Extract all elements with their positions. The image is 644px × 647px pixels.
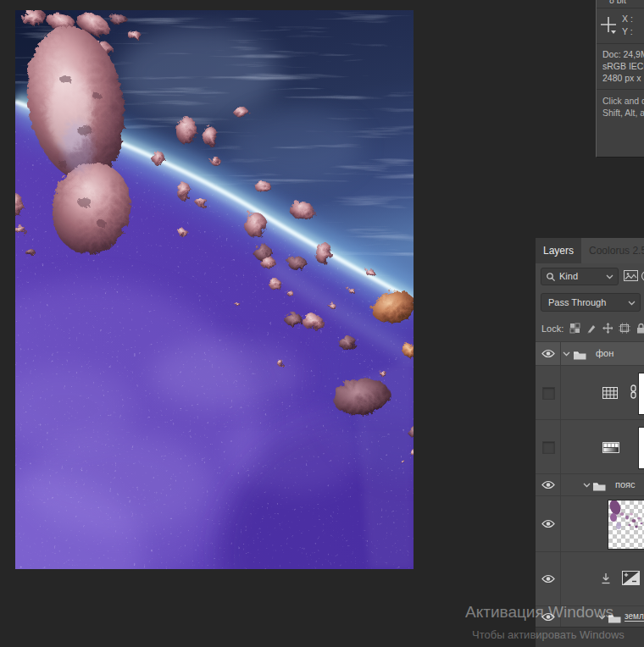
layer-group-name[interactable]: земля [625,611,644,622]
cursor-coordinates: X : Y : [597,8,644,43]
hint-line1: Click and d [602,95,644,107]
blend-mode-row: Pass Through [536,290,644,316]
lock-all-icon[interactable] [636,323,644,334]
lock-label: Lock: [541,324,564,334]
bit-depth: 8 bit [597,0,644,8]
eye-off-box [542,441,555,454]
grid-icon [602,387,618,399]
layers-list: фон [536,341,644,647]
layer-row-gradient[interactable] [536,419,644,473]
crosshair-icon [599,15,619,36]
layer-group-name[interactable]: пояс [615,479,636,489]
tab-layers[interactable]: Layers [536,238,581,263]
panel-tabs: Layers Coolorus 2.5 [536,238,644,263]
folder-icon [592,480,607,491]
windows-activation-watermark-title: Активация Windows [465,603,613,622]
search-icon [546,272,556,282]
layer-filter-row: Kind [536,263,644,290]
folder-icon [573,349,587,360]
layer-row-adjustment[interactable] [536,551,644,606]
layer-group-name[interactable]: фон [596,348,613,358]
visibility-cell[interactable] [536,474,561,495]
layer-filter-select[interactable]: Kind [541,268,619,285]
layer-thumbnail[interactable] [608,500,644,550]
layer-thumbnail[interactable] [638,427,644,469]
windows-activation-watermark-subtitle: Чтобы активировать Windows [472,628,625,641]
layer-thumbnail[interactable] [638,373,644,415]
thumbnail-art [608,500,644,549]
document-canvas[interactable] [15,10,414,569]
visibility-cell[interactable] [536,342,561,365]
lock-paint-icon[interactable] [586,323,597,334]
link-icon [629,384,638,399]
canvas-artwork [15,10,414,569]
hint-line2: Shift, Alt, a [602,107,644,119]
blend-mode-value: Pass Through [548,294,606,311]
photoshop-workspace: 8 bit X : Y : Doc: 24,9M sRGB IEC6 2480 … [0,0,644,647]
lock-position-icon[interactable] [602,323,613,334]
blend-mode-select[interactable]: Pass Through [541,293,641,312]
lock-transparency-icon[interactable] [569,323,580,334]
layer-row-group-poyas[interactable]: пояс [536,473,644,495]
layer-row-smart[interactable] [536,365,644,419]
visibility-cell[interactable] [536,552,561,606]
lock-row: Lock: [536,316,644,340]
doc-dimensions: 2480 px x [602,72,644,84]
tab-coolorus[interactable]: Coolorus 2.5 [581,238,644,263]
color-profile: sRGB IEC6 [602,60,644,72]
visibility-cell[interactable] [536,420,561,473]
document-info: Doc: 24,9M sRGB IEC6 2480 px x [597,44,644,89]
info-panel: 8 bit X : Y : Doc: 24,9M sRGB IEC6 2480 … [596,0,644,158]
layer-row-group-fon[interactable]: фон [536,341,644,365]
layers-panel: Layers Coolorus 2.5 Kind [536,235,644,647]
filter-adjustment-icon[interactable] [641,270,644,282]
chevron-down-icon[interactable] [583,483,591,488]
visibility-cell[interactable] [536,496,561,551]
gradient-icon [602,442,619,453]
y-coordinate-label: Y : [622,25,633,38]
eye-icon [541,574,555,583]
clipping-mask-arrow-icon [601,572,611,585]
chevron-down-icon [628,301,636,306]
chevron-down-icon[interactable] [563,351,570,357]
eye-icon [541,349,555,358]
adjustment-layer-icon [622,571,640,585]
x-coordinate-label: X : [622,13,633,25]
visibility-cell[interactable] [536,366,561,419]
layer-row-asteroids[interactable] [536,495,644,551]
doc-size: Doc: 24,9M [602,48,644,60]
chevron-down-icon [606,274,613,279]
eye-icon [541,480,555,489]
filter-pixel-layers-icon[interactable] [624,270,638,282]
eye-off-box [542,387,555,400]
tool-hint: Click and d Shift, Alt, a [597,90,644,124]
lock-artboard-icon[interactable] [619,323,630,334]
filter-kind-label: Kind [559,268,578,285]
eye-icon [541,519,555,528]
